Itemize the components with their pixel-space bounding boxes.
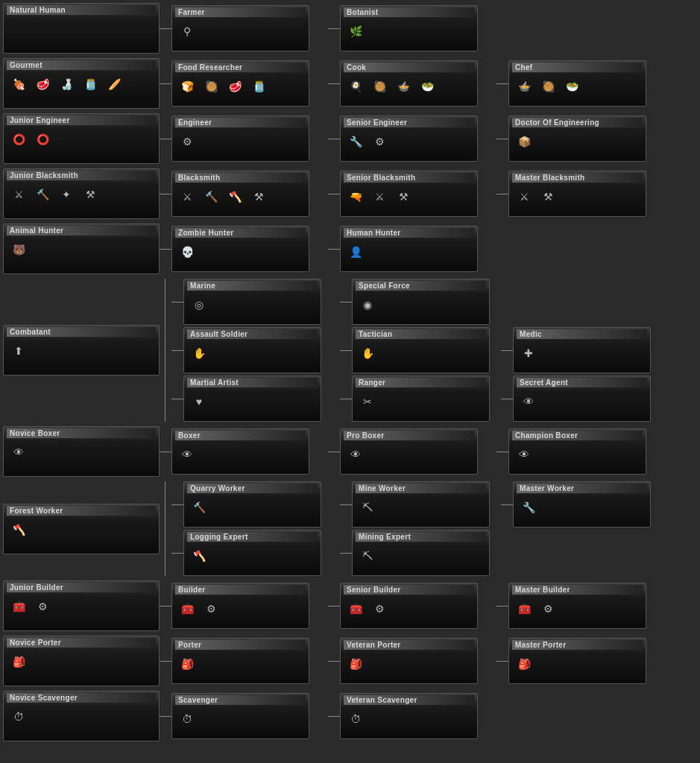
card-wrap-col2: Cook🍳🥘🍲🥗: [340, 60, 496, 107]
skill-card-master-porter[interactable]: Master Porter🎒: [508, 638, 646, 684]
skill-card-master-blacksmith[interactable]: Master Blacksmith⚔⚒: [508, 171, 646, 217]
card-icons: 🍞🥘🥩🫙: [175, 75, 306, 98]
skill-card-farmer[interactable]: Farmer⚲: [171, 5, 309, 51]
sub-col2: Ranger✂: [352, 376, 501, 422]
card-icons: ⏱: [7, 705, 156, 729]
v-branch-connector: [160, 279, 171, 422]
skill-icon-0: 🧰: [345, 598, 366, 619]
combatant-branches: Marine◎Special Force◉Assault Soldier✋Tac…: [171, 279, 696, 422]
card-wrap-col3: Champion Boxer👁: [508, 428, 665, 475]
skill-card-blacksmith[interactable]: Blacksmith⚔🔨🪓⚒: [171, 171, 309, 217]
card-title: Boxer: [175, 431, 306, 440]
skill-card-combatant[interactable]: Combatant⬆: [3, 325, 160, 376]
skill-card-veteran-scavenger[interactable]: Veteran Scavenger⏱: [340, 693, 478, 739]
card-icons: ✂: [356, 390, 486, 414]
card-icons: 🍖🥩🍶🫙🥖: [7, 72, 156, 96]
card-title: Quarry Worker: [187, 484, 318, 493]
skill-card-special-force[interactable]: Special Force◉: [352, 279, 490, 325]
skill-card-medic[interactable]: Medic✚: [513, 327, 651, 373]
card-wrap-col0: Novice Scavenger⏱: [3, 691, 160, 741]
h-connector-2: [328, 661, 340, 662]
skill-card-doctor-of-engineering[interactable]: Doctor Of Engineering📦: [508, 115, 646, 162]
card-title: Champion Boxer: [512, 431, 643, 440]
skill-card-senior-blacksmith[interactable]: Senior Blacksmith🔫⚔⚒: [340, 171, 478, 217]
skill-card-cook[interactable]: Cook🍳🥘🍲🥗: [340, 60, 478, 107]
skill-card-zombie-hunter[interactable]: Zombie Hunter💀: [171, 226, 309, 272]
card-title: Master Blacksmith: [512, 173, 643, 183]
h-connector-1: [160, 661, 171, 662]
card-wrap-col1: Porter🎒: [171, 638, 328, 684]
card-icons: ⛏: [356, 496, 486, 519]
skill-card-boxer[interactable]: Boxer👁: [171, 428, 309, 475]
skill-card-food-researcher[interactable]: Food Researcher🍞🥘🥩🫙: [171, 60, 309, 107]
skill-card-scavenger[interactable]: Scavenger⏱: [171, 693, 309, 739]
card-icons: ⛏: [356, 544, 486, 568]
skill-card-secret-agent[interactable]: Secret Agent👁: [513, 376, 651, 422]
skill-icon-2: 🪓: [224, 186, 245, 207]
skill-card-master-builder[interactable]: Master Builder🧰⚙: [508, 583, 646, 629]
skill-card-forest-worker[interactable]: Forest Worker🪓: [3, 504, 160, 554]
skill-card-animal-hunter[interactable]: Animal Hunter🐻: [3, 224, 160, 274]
skill-icon-1: 🥘: [201, 76, 221, 97]
skill-card-mining-expert[interactable]: Mining Expert⛏: [352, 530, 490, 576]
card-icons: [7, 17, 156, 39]
skill-card-natural-human[interactable]: Natural Human: [3, 3, 160, 54]
skill-card-junior-engineer[interactable]: Junior Engineer⭕⭕: [3, 113, 160, 164]
skill-icon-0: 🧰: [177, 598, 198, 619]
skill-card-gourmet[interactable]: Gourmet🍖🥩🍶🫙🥖: [3, 58, 160, 109]
skill-icon-0: ✂: [357, 391, 378, 412]
skill-card-junior-builder[interactable]: Junior Builder🧰⚙: [3, 580, 160, 631]
skill-card-veteran-porter[interactable]: Veteran Porter🎒: [340, 638, 478, 684]
skill-card-assault-soldier[interactable]: Assault Soldier✋: [183, 327, 321, 373]
skill-card-champion-boxer[interactable]: Champion Boxer👁: [508, 428, 646, 475]
skill-card-senior-engineer[interactable]: Senior Engineer🔧⚙: [340, 115, 478, 162]
skill-icon-0: ⭕: [8, 129, 29, 150]
skill-card-pro-boxer[interactable]: Pro Boxer👁: [340, 428, 478, 475]
h-connector-2: [328, 452, 340, 452]
card-title: Master Builder: [512, 585, 643, 595]
card-icons: 🔫⚔⚒: [344, 185, 474, 209]
skill-card-engineer[interactable]: Engineer⚙: [171, 115, 309, 162]
skill-card-novice-porter[interactable]: Novice Porter🎒: [3, 636, 160, 686]
skill-card-porter[interactable]: Porter🎒: [171, 638, 309, 684]
skill-card-marine[interactable]: Marine◎: [183, 279, 321, 325]
h-connector-3: [496, 194, 508, 194]
card-title: Senior Engineer: [344, 118, 474, 127]
card-title: Cook: [344, 63, 474, 72]
card-icons: 🎒: [7, 650, 156, 674]
skill-card-tactician[interactable]: Tactician✋: [352, 327, 490, 373]
card-title: Scavenger: [175, 695, 306, 705]
card-title: Animal Hunter: [7, 226, 156, 235]
skill-card-novice-boxer[interactable]: Novice Boxer👁: [3, 426, 160, 477]
skill-card-senior-builder[interactable]: Senior Builder🧰⚙: [340, 583, 478, 629]
skill-card-quarry-worker[interactable]: Quarry Worker🔨: [183, 481, 321, 528]
master-worker-wrap: Master Worker🔧: [513, 481, 651, 528]
skill-card-botanist[interactable]: Botanist🌿: [340, 5, 478, 51]
skill-card-human-hunter[interactable]: Human Hunter👤: [340, 226, 478, 272]
skill-icon-1: ⚙: [369, 131, 390, 152]
card-title: Junior Engineer: [7, 115, 156, 125]
h-conn-3: [501, 399, 513, 399]
skill-card-ranger[interactable]: Ranger✂: [352, 376, 490, 422]
card-title: Pro Boxer: [344, 431, 474, 440]
skill-icon-2: ⚒: [393, 186, 414, 207]
skill-icon-0: ◎: [189, 294, 209, 315]
skill-card-chef[interactable]: Chef🍲🥘🥗: [508, 60, 646, 107]
card-title: Gourmet: [7, 60, 156, 70]
card-wrap-col2: Veteran Porter🎒: [340, 638, 496, 684]
skill-card-junior-blacksmith[interactable]: Junior Blacksmith⚔🔨✦⚒: [3, 168, 160, 219]
skill-card-martial-artist[interactable]: Martial Artist♥: [183, 376, 321, 422]
h-connector-1: [160, 139, 171, 139]
skill-card-builder[interactable]: Builder🧰⚙: [171, 583, 309, 629]
skill-card-master-worker[interactable]: Master Worker🔧: [513, 481, 651, 528]
card-title: Novice Porter: [7, 638, 156, 648]
card-wrap-col2: Senior Engineer🔧⚙: [340, 115, 496, 162]
skill-icon-1: ⚙: [32, 596, 53, 617]
card-icons: ✚: [517, 341, 647, 365]
card-title: Farmer: [175, 7, 306, 17]
skill-card-mine-worker[interactable]: Mine Worker⛏: [352, 481, 490, 528]
skill-card-novice-scavenger[interactable]: Novice Scavenger⏱: [3, 691, 160, 741]
h-branch-line: [171, 399, 183, 399]
card-wrap-col0: Animal Hunter🐻: [3, 224, 160, 274]
skill-card-logging-expert[interactable]: Logging Expert🪓: [183, 530, 321, 576]
